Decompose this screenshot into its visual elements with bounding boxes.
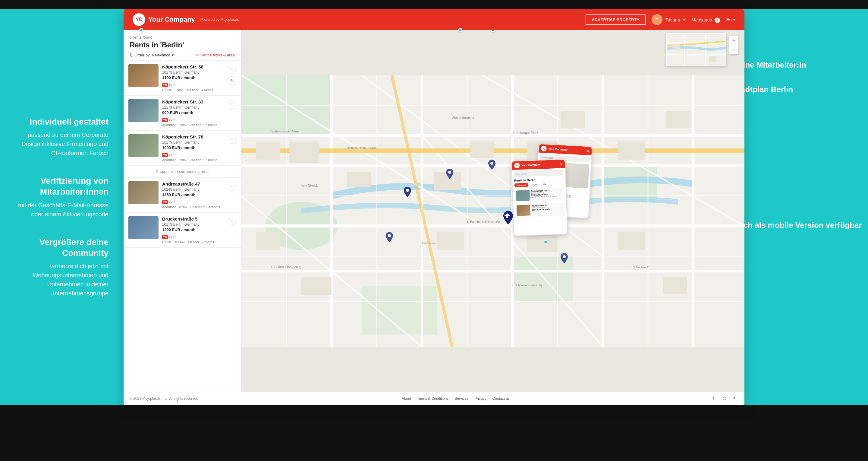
messages-label: Messages <box>691 17 712 22</box>
property-card-3[interactable]: Köpenickerr Str. 78 10179 Berlin, German… <box>124 131 241 166</box>
annotation-heading-3: Vergrößere deine Community <box>15 237 108 259</box>
svg-text:Schluchtus T...: Schluchtus T... <box>633 266 650 269</box>
annotation-block-1: Individuell gestaltet passend zu deinem … <box>15 116 108 157</box>
share-button-1[interactable]: ⊕ <box>227 76 236 85</box>
property-address-1: 10179 Berlin, Germany <box>162 70 224 75</box>
lang-label: En <box>726 17 732 22</box>
property-actions-surr-2: ♡ <box>227 216 236 244</box>
property-details-surr-2: House · 105m2 · 1st floor · 2 rooms <box>162 240 224 244</box>
property-tag-surr-2: YC #YC <box>162 235 175 239</box>
footer-link-terms[interactable]: Terms & Conditions <box>417 397 448 401</box>
svg-text:U Güntzler Tor (Berlin): U Güntzler Tor (Berlin) <box>271 265 301 269</box>
refine-filters-control[interactable]: ⚙ Refine filters & area <box>195 53 235 57</box>
mobile-phone-front: YC Your Company ✕ Relevance Rents in Ber… <box>511 159 568 236</box>
user-avatar: T <box>652 14 662 25</box>
zoom-out-button[interactable]: − <box>730 45 738 54</box>
property-info-surr-2: Brückenstraße 5 10179 Berlin, Germany 12… <box>162 216 224 244</box>
footer-link-about[interactable]: About <box>402 397 411 401</box>
property-price-1: 1100 EUR / month <box>162 76 224 80</box>
footer-link-privacy[interactable]: Privacy <box>474 397 486 401</box>
rents-found-text: 3 rents found <box>130 35 235 39</box>
svg-text:Fischerinsel: Fischerinsel <box>422 242 436 245</box>
svg-rect-37 <box>561 111 585 128</box>
svg-rect-31 <box>256 142 280 160</box>
instagram-icon[interactable]: ◎ <box>723 396 729 402</box>
footer-link-services[interactable]: Services <box>455 397 468 401</box>
property-price-surr-2: 1200 EUR / month <box>162 228 224 232</box>
svg-point-47 <box>448 171 451 174</box>
favorite-button-1[interactable]: ♡ <box>227 65 236 74</box>
svg-rect-72 <box>709 56 716 62</box>
favorite-button-surr-2[interactable]: ♡ <box>227 218 236 226</box>
teal-dot-header-right <box>458 28 462 32</box>
property-details-2: Apartman · 78m2 · 3rd floor · 2 rooms <box>162 123 224 127</box>
svg-text:Schönhauser Allee: Schönhauser Allee <box>271 129 299 133</box>
property-info-3: Köpenickerr Str. 78 10179 Berlin, German… <box>162 134 224 162</box>
messages-button[interactable]: Messages 2 <box>691 17 720 22</box>
svg-point-48 <box>490 162 493 165</box>
favorite-button-surr-1[interactable]: ♡ <box>227 182 236 191</box>
tag-label-surr-1: #YC <box>169 200 175 204</box>
tag-yc-icon-surr-2: YC <box>162 235 168 239</box>
order-chevron-icon: ▾ <box>172 53 174 57</box>
property-address-3: 10179 Berlin, Germany <box>162 140 224 145</box>
map-panel[interactable]: Schönhauser Allee Alexanderplatz Straube… <box>241 30 744 392</box>
app-header: YC Your Company Powered by Mojoplaces AD… <box>124 9 744 30</box>
property-image-2 <box>128 99 158 122</box>
header-user-menu[interactable]: T Tatjana ▾ <box>652 14 685 25</box>
mobile-search-bar-front: Relevance <box>514 170 564 177</box>
rents-title: Rents in 'Berlin' <box>130 41 235 49</box>
annotation-body-2: mit der Geschäfts-E-Mail-Adresse oder ei… <box>15 201 108 219</box>
powered-by-text: Powered by Mojoplaces <box>200 18 239 22</box>
order-by-control[interactable]: ⇅ Order by: Relevance ▾ <box>130 53 174 57</box>
property-details-3: Apartman · 78m2 · 3rd floor · 2 rooms <box>162 158 224 162</box>
mobile-card-image-1 <box>516 190 530 201</box>
property-image-1 <box>128 64 158 87</box>
property-info-1: Köpenickerr Str. 58 10179 Berlin, German… <box>162 64 224 92</box>
annotation-heading-1: Individuell gestaltet <box>15 116 108 127</box>
black-bottom-bar <box>0 405 868 461</box>
lang-chevron-icon: ▾ <box>733 17 735 22</box>
zoom-in-button[interactable]: + <box>730 36 738 45</box>
property-info-2: Köpenickerr Str. 33 12179 Berlin, German… <box>162 99 224 127</box>
favorite-button-3[interactable]: ♡ <box>227 136 236 144</box>
tag-yc-icon-1: YC <box>162 83 168 87</box>
refine-filters-label: Refine filters & area <box>200 53 235 57</box>
svg-rect-44 <box>618 232 645 250</box>
app-footer: © 2023 Mojoplaces, Inc. All rights reser… <box>124 392 744 405</box>
property-address-2: 12179 Berlin, Germany <box>162 105 224 110</box>
mobile-company-name-back: Your Company <box>548 147 567 151</box>
tag-label-1: #YC <box>169 83 175 87</box>
listings-header: 3 rents found Rents in 'Berlin' ⇅ Order … <box>124 30 241 61</box>
property-card-2[interactable]: Köpenickerr Str. 33 12179 Berlin, German… <box>124 96 241 131</box>
annotation-block-3: Vergrößere deine Community Vernetze dich… <box>15 237 108 298</box>
footer-link-contact[interactable]: Contact us <box>493 397 510 401</box>
advertise-property-button[interactable]: ADVERTISE PROPERTY <box>586 15 646 25</box>
svg-text:U Schönlweisr (Berlin U): U Schönlweisr (Berlin U) <box>513 284 542 287</box>
svg-text:vom Nikolai...: vom Nikolai... <box>301 184 319 188</box>
language-selector[interactable]: En ▾ <box>726 17 735 22</box>
property-card-surrounding-1[interactable]: Andreasstraße 47 10243 Berlin, Germany 1… <box>124 178 241 213</box>
mobile-title-front: Rents in Berlin <box>514 177 564 182</box>
tag-yc-icon-2: YC <box>162 118 168 122</box>
annotation-block-2: Verifizierung von Mitarbeiter:innen mit … <box>15 176 108 219</box>
svg-rect-42 <box>437 232 464 250</box>
svg-point-46 <box>406 189 409 192</box>
property-address-surr-1: 10243 Berlin, Germany <box>162 188 224 192</box>
mobile-filter-row-front: Relevance Filters Map <box>514 182 564 188</box>
svg-rect-45 <box>663 277 687 294</box>
sort-icon: ⇅ <box>130 53 133 57</box>
property-card-1[interactable]: Köpenickerr Str. 58 10179 Berlin, German… <box>124 61 241 96</box>
svg-point-53 <box>563 255 566 258</box>
facebook-icon[interactable]: f <box>713 396 719 402</box>
property-actions-2: ♡ <box>227 99 236 127</box>
property-card-surrounding-2[interactable]: Brückenstraße 5 10179 Berlin, Germany 12… <box>124 213 241 248</box>
app-main: 3 rents found Rents in 'Berlin' ⇅ Order … <box>124 30 744 392</box>
favorite-button-2[interactable]: ♡ <box>227 100 236 109</box>
mobile-card-image-2 <box>517 205 530 216</box>
svg-rect-71 <box>673 45 680 50</box>
property-tag-2: YC #YC <box>162 118 175 122</box>
twitter-icon[interactable]: ✦ <box>733 396 738 402</box>
mobile-chip-relevance-front: Relevance <box>514 183 529 188</box>
messages-badge: 2 <box>715 18 720 23</box>
